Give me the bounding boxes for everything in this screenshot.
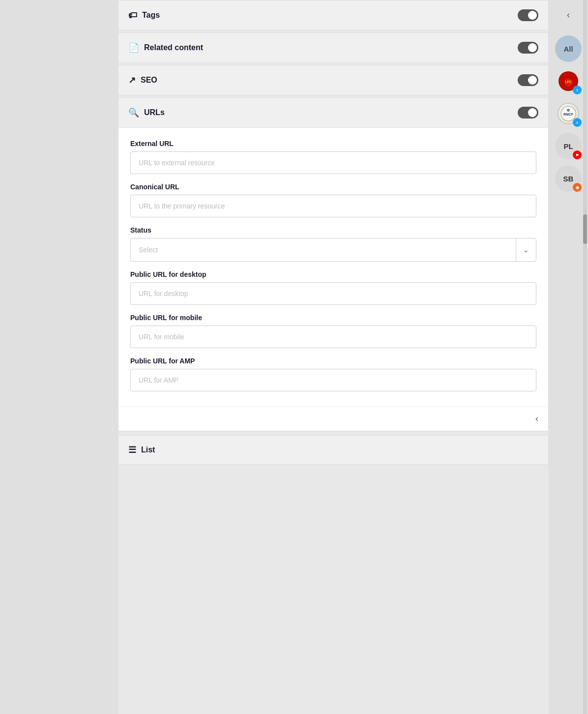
collapse-left-icon: ‹: [535, 414, 538, 424]
public-url-mobile-input[interactable]: [130, 326, 536, 348]
lfc-logo-icon: LFC: [561, 74, 576, 89]
related-content-header[interactable]: 📄 Related content: [118, 33, 548, 62]
seo-header[interactable]: ↗ SEO: [118, 65, 548, 95]
tags-toggle[interactable]: [518, 9, 538, 21]
list-label: List: [141, 446, 155, 454]
status-label: Status: [130, 226, 536, 234]
sidebar-avatar-lfc[interactable]: LFC t: [555, 68, 582, 94]
urls-section: 🔍 URLs External URL Canonical URL Status…: [118, 97, 549, 431]
sb-avatar-label: SB: [563, 175, 574, 183]
list-icon: ☰: [128, 445, 136, 455]
urls-header-left: 🔍 URLs: [128, 107, 165, 118]
public-url-desktop-group: Public URL for desktop: [130, 270, 536, 305]
urls-header[interactable]: 🔍 URLs: [118, 98, 548, 128]
seo-icon: ↗: [128, 75, 136, 86]
tags-icon: 🏷: [128, 10, 137, 21]
pl-avatar-label: PL: [563, 142, 573, 150]
public-url-desktop-input[interactable]: [130, 282, 536, 305]
all-avatar-label: All: [563, 45, 573, 53]
related-content-label: Related content: [144, 43, 203, 52]
public-url-mobile-label: Public URL for mobile: [130, 314, 536, 322]
list-header[interactable]: ☰ List: [118, 436, 548, 464]
pl-youtube-badge: ▶: [573, 150, 582, 159]
urls-label: URLs: [144, 108, 165, 117]
left-spacer: [0, 0, 118, 714]
related-content-header-left: 📄 Related content: [128, 42, 203, 53]
back-button[interactable]: ‹: [559, 5, 578, 25]
tags-label: Tags: [142, 11, 160, 20]
urls-body: External URL Canonical URL Status Select…: [118, 128, 548, 406]
canonical-url-label: Canonical URL: [130, 183, 536, 191]
external-url-group: External URL: [130, 140, 536, 174]
public-url-amp-label: Public URL for AMP: [130, 357, 536, 365]
public-url-amp-input[interactable]: [130, 369, 536, 391]
canonical-url-group: Canonical URL: [130, 183, 536, 217]
back-icon: ‹: [567, 10, 570, 20]
canonical-url-input[interactable]: [130, 195, 536, 217]
status-select-wrapper[interactable]: Select ⌄: [130, 238, 536, 262]
related-content-icon: 📄: [128, 42, 139, 53]
urls-icon: 🔍: [128, 107, 139, 118]
public-url-desktop-label: Public URL for desktop: [130, 270, 536, 278]
seo-label: SEO: [141, 76, 157, 85]
svg-text:LFC: LFC: [565, 80, 572, 84]
sidebar-avatar-pl[interactable]: PL ▶: [555, 133, 582, 159]
seo-toggle[interactable]: [518, 74, 538, 86]
list-header-left: ☰ List: [128, 445, 155, 455]
related-content-toggle[interactable]: [518, 42, 538, 54]
tags-header-left: 🏷 Tags: [128, 10, 160, 21]
svg-text:RMCF: RMCF: [563, 113, 574, 116]
related-content-section: 📄 Related content: [118, 32, 549, 63]
sidebar-avatar-sb[interactable]: SB ◉: [555, 165, 582, 192]
sidebar-avatar-rm[interactable]: RMCF t: [555, 100, 582, 127]
sb-rss-badge: ◉: [573, 183, 582, 192]
public-url-amp-group: Public URL for AMP: [130, 357, 536, 391]
list-section: ☰ List: [118, 435, 549, 465]
lfc-twitter-badge: t: [573, 86, 582, 94]
status-select-text: Select: [131, 239, 516, 261]
scrollbar-thumb[interactable]: [583, 214, 587, 244]
svg-point-5: [567, 109, 570, 112]
status-group: Status Select ⌄: [130, 226, 536, 262]
sidebar-avatar-all[interactable]: All: [555, 35, 582, 62]
external-url-input[interactable]: [130, 151, 536, 174]
tags-header[interactable]: 🏷 Tags: [118, 0, 548, 30]
right-sidebar: ‹ All LFC t RMCF t PL ▶ SB: [549, 0, 588, 714]
main-content: 🏷 Tags 📄 Related content ↗ SEO: [118, 0, 549, 714]
urls-collapse-button[interactable]: ‹: [118, 406, 548, 431]
scrollbar-track[interactable]: [583, 0, 587, 714]
urls-toggle[interactable]: [518, 107, 538, 119]
external-url-label: External URL: [130, 140, 536, 148]
chevron-down-icon[interactable]: ⌄: [516, 239, 536, 261]
seo-header-left: ↗ SEO: [128, 75, 157, 86]
public-url-mobile-group: Public URL for mobile: [130, 314, 536, 348]
seo-section: ↗ SEO: [118, 65, 549, 95]
tags-section: 🏷 Tags: [118, 0, 549, 30]
rm-twitter-badge: t: [573, 118, 582, 127]
